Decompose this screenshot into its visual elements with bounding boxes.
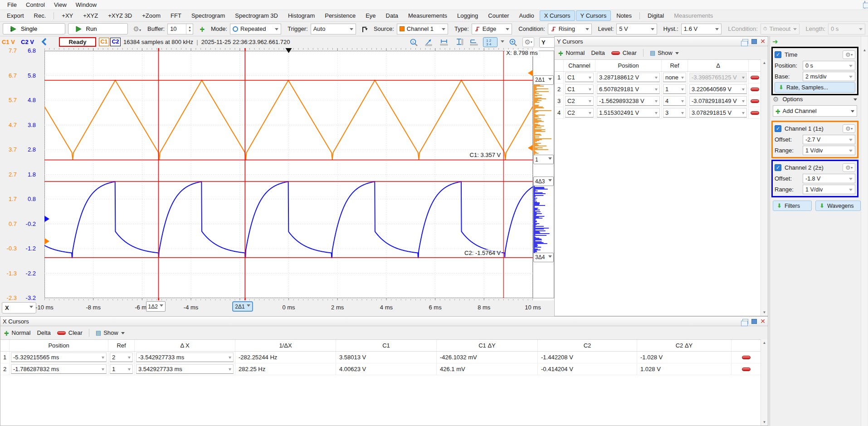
y-cursor-tag-2Δ1[interactable]: 2Δ1: [533, 75, 554, 85]
y-cursor-delta-combo[interactable]: 3.220640569 V: [689, 84, 747, 94]
trigger-dropdown[interactable]: Auto: [311, 24, 356, 34]
channel2-checkbox[interactable]: ✓: [775, 164, 781, 171]
vertical-ruler-icon[interactable]: [453, 37, 465, 47]
tab-y-cursors[interactable]: Y Cursors: [576, 10, 611, 21]
x-cursor-ref-combo[interactable]: 2: [110, 353, 133, 362]
run-indicator-arrow-icon[interactable]: ➜: [772, 38, 778, 46]
tab-audio[interactable]: Audio: [515, 10, 539, 21]
y-cursor-remove-button[interactable]: [751, 111, 759, 115]
y-cursor-remove-button[interactable]: [751, 99, 759, 103]
y-panel-maximize-icon[interactable]: [751, 39, 757, 44]
time-gear-button[interactable]: ⚙▾: [843, 50, 855, 59]
source-dropdown[interactable]: Channel 1: [397, 24, 448, 34]
tab-counter[interactable]: Counter: [483, 10, 513, 21]
channel2-range-dropdown[interactable]: 1 V/div: [803, 185, 855, 194]
channel1-checkbox[interactable]: ✓: [775, 125, 781, 132]
buffer-spinner[interactable]: ▲▼: [186, 24, 193, 34]
run-button[interactable]: Run: [68, 23, 128, 34]
tab--xyz-3d[interactable]: +XYZ 3D: [103, 10, 137, 21]
c1-axis-header[interactable]: C1 V: [2, 39, 15, 45]
y-panel-float-icon[interactable]: [742, 39, 748, 44]
y-cursor-delta-combo[interactable]: -3.3985765125 V: [689, 73, 747, 82]
menu-file[interactable]: File: [3, 0, 21, 9]
tab--xy[interactable]: +XY: [57, 10, 78, 21]
tab-rec-[interactable]: Rec.: [29, 10, 51, 21]
channel1-offset-dropdown[interactable]: -2.7 V: [803, 135, 855, 144]
x-panel-maximize-icon[interactable]: [751, 319, 757, 324]
y-cursor-ref-combo[interactable]: 3: [663, 108, 686, 118]
y-cursor-ref-combo[interactable]: none: [663, 73, 686, 82]
grid-1234-view-button[interactable]: 1 23 4: [483, 37, 497, 47]
c2-badge[interactable]: C2: [110, 38, 121, 46]
mode-dropdown[interactable]: Repeated: [230, 24, 281, 34]
y-cursor-delta-combo[interactable]: 3.078291815 V: [689, 108, 747, 118]
tab--xyz[interactable]: +XYZ: [78, 10, 102, 21]
tab--zoom[interactable]: +Zoom: [137, 10, 165, 21]
type-dropdown[interactable]: Edge: [472, 24, 512, 34]
y-show-menu-button[interactable]: ▤Show: [650, 49, 679, 56]
channel2-gear-button[interactable]: ⚙▾: [843, 163, 855, 172]
tab-digital[interactable]: Digital: [643, 10, 668, 21]
x-cursor-ref-combo[interactable]: 1: [110, 364, 133, 374]
level-dropdown[interactable]: 5 V: [616, 24, 657, 34]
x-cursor-tag-2Δ1[interactable]: 2Δ1: [232, 301, 253, 312]
y-cursor-channel-combo[interactable]: C2: [565, 96, 594, 106]
y-cursor-channel-combo[interactable]: C1: [565, 73, 594, 82]
x-cursors-titlebar[interactable]: X Cursors ✕: [0, 317, 768, 326]
zoom-fit-icon[interactable]: [507, 37, 519, 47]
tab-export[interactable]: Export: [2, 10, 29, 21]
y-cursor-ref-combo[interactable]: 1: [663, 84, 686, 94]
c1-badge[interactable]: C1: [99, 38, 109, 46]
y-cursor-delta-combo[interactable]: -3.0782918149 V: [689, 96, 747, 106]
y-cursor-tag-1[interactable]: 1: [533, 155, 554, 164]
y-add-normal-button[interactable]: +Normal: [558, 49, 585, 56]
x-cursor-remove-button[interactable]: [742, 356, 751, 359]
measure-pointer-icon[interactable]: [423, 37, 435, 47]
channel1-range-dropdown[interactable]: 1 V/div: [803, 146, 855, 155]
y-cursor-remove-button[interactable]: [751, 88, 759, 91]
y-panel-close-icon[interactable]: ✕: [760, 39, 766, 44]
tab-measurements[interactable]: Measurements: [669, 10, 717, 21]
x-table-scrollbar[interactable]: ▲▼: [761, 339, 768, 426]
plot-settings-gear-icon[interactable]: ⚙▾: [522, 37, 534, 47]
y-cursor-position-combo[interactable]: -1.5629893238 V: [597, 96, 660, 106]
y-clear-button[interactable]: Clear: [611, 49, 637, 56]
tab-spectrogram[interactable]: Spectrogram: [187, 10, 229, 21]
single-button[interactable]: 1 Single: [3, 23, 65, 34]
rate-samples-button[interactable]: ⬇Rate, Samples...: [775, 82, 855, 93]
filters-button[interactable]: ⬇Filters: [773, 201, 812, 211]
y-cursor-channel-combo[interactable]: C1: [565, 84, 594, 94]
y-table-scrollbar[interactable]: ▲▼: [761, 59, 768, 316]
tab-persistence[interactable]: Persistence: [320, 10, 360, 21]
tab-fft[interactable]: FFT: [166, 10, 186, 21]
tab-x-cursors[interactable]: X Cursors: [540, 10, 575, 21]
x-cursor-position-combo[interactable]: -1.786287832 ms: [11, 364, 107, 374]
buffer-input[interactable]: 10 ▲▼: [167, 24, 193, 34]
horizontal-ruler-icon[interactable]: [438, 37, 450, 47]
y-cursor-position-combo[interactable]: 1.515302491 V: [597, 108, 660, 118]
length-dropdown[interactable]: 0 s: [828, 24, 865, 34]
x-cursor-dx-combo[interactable]: 3.542927733 ms: [136, 364, 234, 374]
y-cursors-titlebar[interactable]: Y Cursors ✕: [555, 37, 768, 46]
y-cursor-remove-button[interactable]: [751, 76, 759, 79]
y-cursor-tag-4Δ3[interactable]: 4Δ3: [533, 176, 554, 186]
add-channel-dropdown[interactable]: + Add Channel: [773, 105, 857, 117]
channel1-gear-button[interactable]: ⚙▾: [843, 124, 855, 133]
menu-window[interactable]: Window: [71, 0, 101, 9]
wavegens-button[interactable]: ⬇Wavegens: [815, 201, 861, 211]
x-show-menu-button[interactable]: ▤Show: [96, 329, 125, 336]
options-dropdown[interactable]: ⚙ Options: [773, 94, 857, 104]
timeout-dropdown[interactable]: ⏱ Timeout: [761, 24, 800, 34]
channel2-offset-dropdown[interactable]: -1.8 V: [803, 174, 855, 183]
zoom-1-icon[interactable]: 1: [408, 37, 420, 47]
history-back-icon[interactable]: [41, 38, 47, 47]
x-cursor-position-combo[interactable]: -5.329215565 ms: [11, 353, 107, 362]
waveform-plot[interactable]: [44, 48, 533, 300]
acquisition-gear-icon[interactable]: ⚙▾: [133, 25, 141, 33]
time-base-dropdown[interactable]: 2 ms/div: [803, 72, 855, 81]
y-cursor-position-combo[interactable]: 3.287188612 V: [597, 73, 660, 82]
y-cursor-channel-combo[interactable]: C2: [565, 108, 594, 118]
grid-view-dropdown-icon[interactable]: [501, 40, 504, 44]
time-position-dropdown[interactable]: 0 s: [803, 61, 855, 70]
condition-dropdown[interactable]: Rising: [548, 24, 592, 34]
